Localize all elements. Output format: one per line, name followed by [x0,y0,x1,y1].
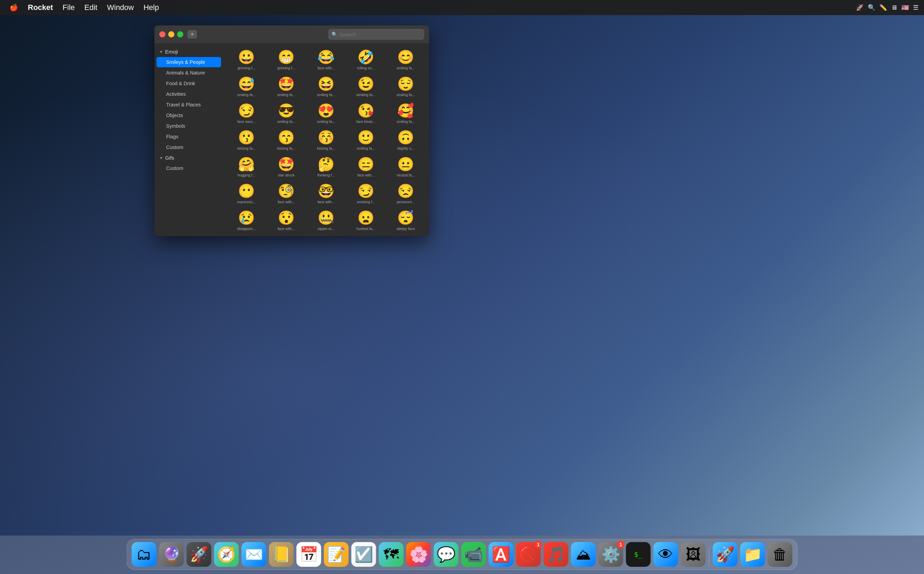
dock-item-finder[interactable]: 🗂 [132,542,156,567]
dock-item-trash[interactable]: 🗑 [768,542,793,567]
emoji-cell[interactable]: 😉winking fa... [347,74,385,99]
emoji-cell[interactable]: 🤐zipper-m... [307,207,345,233]
dock-item-files[interactable]: 📁 [740,542,765,567]
dock-item-messages[interactable]: 💬 [434,542,458,567]
emoji-cell[interactable]: 🙂smiling fa... [347,127,385,153]
rocket-icon[interactable]: 🚀 [856,4,864,11]
emoji-cell[interactable]: 🤔thinking f... [307,154,345,179]
minimize-button[interactable] [168,31,175,38]
dock-item-appstore[interactable]: 🅰️ [489,542,513,567]
menu-window[interactable]: Window [103,2,138,13]
emoji-cell[interactable]: 😅smiling fa... [227,74,266,99]
dock-item-maps[interactable]: 🗺 [379,542,404,567]
emoji-label: smiling fa... [392,120,419,124]
menubar-right: 🚀 🔍 ✏️ 🖥 🇺🇸 ☰ [856,4,919,11]
dock-item-eye[interactable]: 👁 [653,542,678,567]
emoji-cell[interactable]: 🤩smiling fa... [267,74,305,99]
emoji-char: 😉 [357,76,375,91]
dock-item-notefile[interactable]: 📒 [269,542,294,567]
window-body: ▼ Emoji Smileys & People Animals & Natur… [154,43,429,236]
sidebar-item-smileys[interactable]: Smileys & People [156,57,221,67]
emoji-cell[interactable]: 😂face with... [307,47,345,72]
emoji-char: 😦 [357,210,375,225]
pen-icon[interactable]: ✏️ [879,4,887,11]
emoji-label: winking fa... [352,93,379,97]
dock-item-preview[interactable]: 🖼 [681,542,706,567]
flag-icon[interactable]: 🇺🇸 [901,4,909,11]
menubar: 🍎 Rocket File Edit Window Help 🚀 🔍 ✏️ 🖥 … [0,0,924,15]
dock-item-safari[interactable]: 🧭 [214,542,239,567]
dock-item-airmail[interactable]: ✉️ [242,542,266,567]
emoji-cell[interactable]: 😯face with... [267,207,305,233]
dock-item-news[interactable]: 🚫 1 [516,542,541,567]
emoji-cell[interactable]: 😐neutral fa... [387,154,425,179]
emoji-label: expressio... [233,200,260,204]
emoji-cell[interactable]: 😒perseveri... [387,181,425,206]
sidebar-item-travel[interactable]: Travel & Places [156,99,221,110]
menu-icon[interactable]: ☰ [913,4,919,11]
emoji-cell[interactable]: 😌smiling fa... [387,74,425,99]
dock-item-altos[interactable]: ⛰ [571,542,596,567]
emoji-cell[interactable]: 😊smiling fa... [387,47,425,72]
sidebar-item-food[interactable]: Food & Drink [156,78,221,88]
emoji-cell[interactable]: 😑face with... [347,154,385,179]
sidebar-item-animals[interactable]: Animals & Nature [156,68,221,78]
dock-item-terminal[interactable]: $_ [626,542,651,567]
emoji-cell[interactable]: 🤩star struck [267,154,305,179]
new-tab-button[interactable]: + [187,30,197,38]
dock-item-facetime[interactable]: 📹 [461,542,486,567]
emoji-grid-container[interactable]: 😀grinning f...😁grinning f...😂face with..… [223,43,429,236]
news-badge: 1 [535,541,542,548]
search-menu-icon[interactable]: 🔍 [868,4,875,11]
emoji-cell[interactable]: 😁grinning f... [267,47,305,72]
emoji-cell[interactable]: 😎smiling fa... [267,100,305,126]
menu-edit[interactable]: Edit [80,2,102,13]
dock-item-rocket[interactable]: 🚀 [713,542,738,567]
dock-item-siri[interactable]: 🔮 [159,542,184,567]
emoji-char: 🤗 [238,156,255,172]
sidebar-section-gifs[interactable]: ▼ Gifs [154,153,223,163]
sidebar-item-custom-gifs[interactable]: Custom [156,163,221,173]
emoji-cell[interactable]: 😏face savo... [227,100,266,126]
sidebar-section-emoji[interactable]: ▼ Emoji [154,47,223,57]
sidebar-item-flags[interactable]: Flags [156,131,221,142]
dock-item-music[interactable]: 🎵 [544,542,568,567]
sidebar-item-objects[interactable]: Objects [156,110,221,120]
emoji-cell[interactable]: 😚kissing fa... [307,127,345,153]
search-bar[interactable]: 🔍 [328,29,424,40]
emoji-cell[interactable]: 🙃slightly s... [387,127,425,153]
dock-item-stickies[interactable]: 📝 [324,542,349,567]
apple-menu[interactable]: 🍎 [5,2,22,13]
dock-item-syspref[interactable]: ⚙️ 1 [599,542,623,567]
emoji-cell[interactable]: 🤣rolling on... [347,47,385,72]
emoji-cell[interactable]: 😴sleepy face [387,207,425,233]
display-icon[interactable]: 🖥 [891,4,897,11]
emoji-cell[interactable]: 🤗hugging f... [227,154,266,179]
dock-item-photos[interactable]: 🌸 [406,542,431,567]
emoji-cell[interactable]: 🤓face with... [307,181,345,206]
emoji-cell[interactable]: 😶expressio... [227,181,266,206]
emoji-cell[interactable]: 😏smirking f... [347,181,385,206]
emoji-cell[interactable]: 😗kissing fa... [227,127,266,153]
sidebar-item-custom-emoji[interactable]: Custom [156,142,221,153]
emoji-cell[interactable]: 😢disappoin... [227,207,266,233]
search-input[interactable] [340,32,421,38]
close-button[interactable] [159,31,165,38]
menu-help[interactable]: Help [139,2,163,13]
sidebar-item-symbols[interactable]: Symbols [156,121,221,131]
sidebar-item-activities[interactable]: Activities [156,89,221,99]
menu-file[interactable]: File [58,2,79,13]
emoji-cell[interactable]: 🧐face with... [267,181,305,206]
emoji-cell[interactable]: 😀grinning f... [227,47,266,72]
emoji-cell[interactable]: 🥰smiling fa... [387,100,425,126]
dock-item-reminders[interactable]: ☑️ [351,542,376,567]
app-name[interactable]: Rocket [24,2,57,13]
emoji-cell[interactable]: 😙kissing fa... [267,127,305,153]
emoji-cell[interactable]: 😦hushed fa... [347,207,385,233]
maximize-button[interactable] [177,31,183,38]
dock-item-launchpad[interactable]: 🚀 [187,542,211,567]
emoji-cell[interactable]: 😘face blowi... [347,100,385,126]
emoji-cell[interactable]: 😍smiling fa... [307,100,345,126]
emoji-cell[interactable]: 😆smiling fa... [307,74,345,99]
dock-item-calendar[interactable]: 📅 [297,542,321,567]
